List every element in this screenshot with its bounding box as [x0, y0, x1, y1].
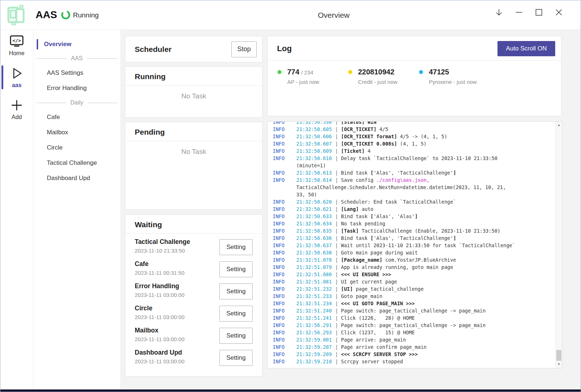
- log-message: [Ticket] 4: [341, 147, 553, 155]
- stat-texts: 774/ 234AP - just now: [287, 68, 319, 85]
- maximize-button[interactable]: [531, 4, 547, 21]
- log-separator: |: [332, 213, 341, 220]
- log-timestamp: 21:32:59.001: [296, 336, 332, 343]
- log-line: INFO21:32:50.609|[Ticket] 4: [273, 147, 553, 155]
- close-button[interactable]: [550, 4, 567, 21]
- log-segment: 'Alas', 'TacticalChallenge': [373, 170, 453, 176]
- task-setting-button[interactable]: Setting: [219, 239, 253, 255]
- task-setting-button[interactable]: Setting: [219, 350, 253, 366]
- scroll-down-arrow-icon[interactable]: ▼: [556, 362, 562, 367]
- log-line: INFO21:32:50.607|[OCR_TICKET 0.008s] (4,…: [273, 140, 553, 147]
- log-level: INFO: [273, 140, 296, 147]
- scroll-up-arrow-icon[interactable]: ▲: [556, 122, 562, 128]
- stat-dot-icon: [419, 70, 423, 74]
- waiting-task-row: Mailbox2023-11-11 03:00:00Setting: [125, 324, 262, 347]
- log-output-box[interactable]: INFO21:32:50.598|[Status] WININFO21:32:5…: [267, 121, 562, 368]
- auto-scroll-toggle-button[interactable]: Auto Scroll ON: [497, 41, 555, 56]
- sidebar-item-overview[interactable]: Overview: [33, 37, 120, 52]
- log-segment: Click (1237, 15) @ HOME: [341, 330, 415, 335]
- sidebar-item-label: Circle: [47, 144, 62, 151]
- log-message: UI get current page: [341, 278, 553, 285]
- log-message: [Task] TacticalChallenge (Enable, 2023-1…: [341, 227, 553, 234]
- log-timestamp: 21:32:51.240: [296, 307, 332, 314]
- log-line: INFO21:32:56.293|Click (1237, 15) @ HOME: [273, 329, 553, 336]
- log-line: INFO21:32:51.081|UI get current page: [273, 278, 553, 285]
- log-message: Bind task ['Alas', 'Alas']: [341, 213, 553, 220]
- stat-dot-icon: [348, 70, 352, 74]
- log-segment: 4/5: [377, 126, 389, 132]
- log-scrollbar[interactable]: ▲ ▼: [555, 122, 562, 368]
- sidebar-item-label: Tactical Challenge: [47, 159, 97, 166]
- log-message: Page switch: page_tactical_challenge -> …: [341, 307, 553, 314]
- log-timestamp: 21:32:51.081: [296, 278, 332, 285]
- minimize-button[interactable]: [511, 4, 527, 21]
- nav-rail-home[interactable]: </> Home: [0, 30, 33, 62]
- log-segment: Scheduler: End task `TacticalChallenge`: [341, 199, 456, 205]
- topbar: AAS Running Overview: [0, 0, 581, 30]
- log-level: INFO: [273, 343, 296, 351]
- sidebar-item-cafe[interactable]: Cafe: [33, 110, 120, 125]
- sidebar-item-dashboard-upd[interactable]: Dashboard Upd: [33, 171, 120, 186]
- sidebar-item-aas-settings[interactable]: AAS Settings: [33, 65, 120, 81]
- sidebar-item-mailbox[interactable]: Mailbox: [33, 125, 120, 140]
- scrollbar-thumb[interactable]: [556, 350, 561, 361]
- task-setting-button[interactable]: Setting: [219, 306, 253, 322]
- log-line: INFO21:32:51.232|[UI] page_tactical_chal…: [273, 285, 553, 293]
- active-indicator: [37, 39, 38, 49]
- log-separator: |: [332, 264, 341, 271]
- divider-line: [36, 103, 66, 103]
- task-setting-button[interactable]: Setting: [219, 283, 253, 299]
- log-timestamp: 21:32:50.635: [296, 227, 332, 234]
- log-timestamp: 21:32:50.606: [296, 133, 332, 140]
- task-setting-button[interactable]: Setting: [219, 261, 253, 277]
- log-segment: page_tactical_challenge: [353, 286, 424, 292]
- log-message: Goto page_main: [341, 293, 553, 300]
- sidebar-item-circle[interactable]: Circle: [33, 140, 120, 155]
- task-setting-button[interactable]: Setting: [219, 328, 253, 344]
- log-line: INFO21:32:50.621|[Lang] auto: [273, 205, 553, 213]
- log-segment: Page arrive confirm page_main: [341, 344, 427, 350]
- log-separator: |: [332, 300, 341, 307]
- log-separator: |: [332, 314, 341, 322]
- log-segment: Page switch: page_tactical_challenge -> …: [341, 322, 485, 328]
- log-segment: UI get current page: [341, 279, 397, 285]
- log-line: INFO21:32:56.291|Page switch: page_tacti…: [273, 322, 553, 329]
- log-segment: TacticalChallenge (Enable, 2023-11-10 21…: [359, 228, 500, 234]
- log-message: Bind task ['Alas', 'TacticalChallenge']: [341, 234, 553, 242]
- log-level: INFO: [273, 322, 296, 329]
- nav-rail-add[interactable]: Add: [0, 94, 33, 126]
- log-timestamp: 21:32:51.079: [296, 264, 332, 271]
- log-segment: No task pending: [341, 221, 385, 226]
- nav-rail: </> Home aas Add: [0, 30, 33, 390]
- maximize-icon: [535, 8, 543, 17]
- log-line: INFO21:32:50.606|[OCR_TICKET format] 4/5…: [273, 133, 553, 140]
- log-line: INFO21:32:50.610|Delay task `TacticalCha…: [273, 155, 553, 162]
- running-empty-text: No Task: [125, 92, 262, 100]
- divider: [125, 85, 262, 86]
- log-segment: [OCR_TICKET 0.008s]: [341, 141, 397, 147]
- stat-group: 220810942Credit - just now: [348, 68, 419, 85]
- scheduler-title: Scheduler: [135, 45, 172, 54]
- log-timestamp: 21:32:50.607: [296, 140, 332, 147]
- log-timestamp: 21:32:50.633: [296, 213, 332, 220]
- sidebar-item-tactical-challenge[interactable]: Tactical Challenge: [33, 155, 120, 171]
- log-level: INFO: [273, 285, 296, 293]
- log-separator: |: [332, 322, 341, 329]
- log-separator: |: [332, 155, 341, 162]
- log-level: INFO: [273, 278, 296, 285]
- log-level: INFO: [273, 176, 296, 184]
- nav-rail-aas[interactable]: aas: [0, 62, 33, 94]
- log-line: INFO21:32:51.080|<<< UI ENSURE >>>: [273, 271, 553, 278]
- play-icon: [10, 67, 23, 80]
- log-separator: |: [332, 126, 341, 133]
- scheduler-stop-button[interactable]: Stop: [231, 41, 257, 57]
- minimize-icon: [515, 8, 523, 17]
- log-segment: [Status] WIN: [341, 121, 377, 125]
- sidebar-item-label: AAS Settings: [47, 69, 83, 76]
- log-message: [Lang] auto: [341, 205, 553, 213]
- divider: [125, 141, 262, 141]
- download-arrow-button[interactable]: [491, 4, 507, 21]
- log-message: Goto main page during wait: [341, 249, 553, 256]
- divider-line: [36, 58, 67, 59]
- sidebar-item-error-handling[interactable]: Error Handling: [33, 81, 120, 96]
